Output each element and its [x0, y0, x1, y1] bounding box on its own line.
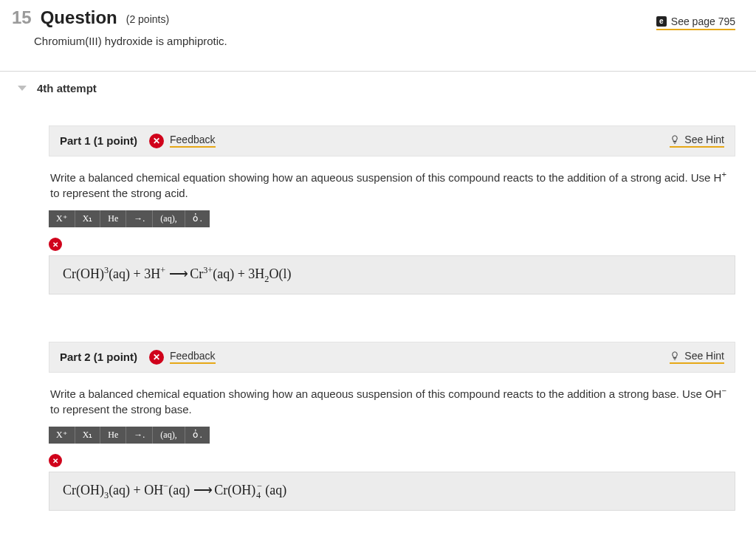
incorrect-icon: ✕ — [149, 134, 164, 148]
feedback-link[interactable]: Feedback — [170, 350, 215, 364]
ebook-icon: e — [656, 16, 667, 27]
question-word: Question — [41, 7, 117, 28]
equation-toolbar: X⁺ X₁ He →. (aq), ὀ . — [49, 427, 210, 444]
question-points: (2 points) — [126, 13, 169, 25]
toolbar-state[interactable]: (aq), — [153, 210, 185, 227]
toolbar-superscript[interactable]: X⁺ — [49, 427, 75, 444]
toolbar-arrow[interactable]: →. — [126, 427, 153, 444]
see-hint-label: See Hint — [684, 350, 724, 362]
part-2: Part 2 (1 point) ✕ Feedback See Hint Wri… — [49, 342, 735, 511]
incorrect-icon: ✕ — [149, 350, 164, 365]
see-hint-button[interactable]: See Hint — [670, 350, 724, 364]
toolbar-subscript[interactable]: X₁ — [75, 427, 101, 444]
equation-toolbar: X⁺ X₁ He →. (aq), ὀ . — [49, 210, 210, 227]
answer-incorrect-icon: ✕ — [49, 454, 62, 467]
lightbulb-icon — [670, 351, 680, 361]
chevron-down-icon — [18, 86, 27, 91]
answer-incorrect-icon: ✕ — [49, 238, 62, 251]
attempt-header[interactable]: 4th attempt — [0, 72, 756, 96]
part-title: Part 2 (1 point) — [60, 351, 137, 363]
part-1: Part 1 (1 point) ✕ Feedback See Hint Wri… — [49, 125, 735, 294]
question-body: Chromium(III) hydroxide is amphiprotic. — [12, 30, 735, 47]
toolbar-subscript[interactable]: X₁ — [75, 210, 101, 227]
toolbar-superscript[interactable]: X⁺ — [49, 210, 75, 227]
toolbar-dot[interactable]: ὀ . — [185, 210, 210, 227]
see-page-label: See page 795 — [671, 15, 735, 27]
toolbar-dot[interactable]: ὀ . — [185, 427, 210, 444]
part-head: Part 2 (1 point) ✕ Feedback See Hint — [49, 342, 735, 373]
part1-answer-box[interactable]: Cr(OH)3(aq) + 3H+ ⟶ Cr3+(aq) + 3H2O(l) — [49, 255, 735, 294]
part-head: Part 1 (1 point) ✕ Feedback See Hint — [49, 125, 735, 156]
toolbar-arrow[interactable]: →. — [126, 210, 153, 227]
see-hint-button[interactable]: See Hint — [670, 134, 724, 148]
part-title: Part 1 (1 point) — [60, 134, 137, 147]
part1-prompt: Write a balanced chemical equation showi… — [49, 156, 735, 207]
lightbulb-icon — [670, 134, 680, 145]
part2-prompt: Write a balanced chemical equation showi… — [49, 373, 735, 423]
see-page-link[interactable]: e See page 795 — [656, 15, 735, 30]
attempt-label: 4th attempt — [37, 82, 97, 94]
see-hint-label: See Hint — [684, 134, 724, 145]
feedback-link[interactable]: Feedback — [170, 134, 215, 148]
part2-answer-box[interactable]: Cr(OH)3(aq) + OH−(aq) ⟶ Cr(OH)−4(aq) — [49, 472, 735, 511]
question-number: 15 — [12, 7, 32, 28]
toolbar-periodic[interactable]: He — [100, 427, 126, 444]
toolbar-state[interactable]: (aq), — [153, 427, 185, 444]
toolbar-periodic[interactable]: He — [100, 210, 126, 227]
